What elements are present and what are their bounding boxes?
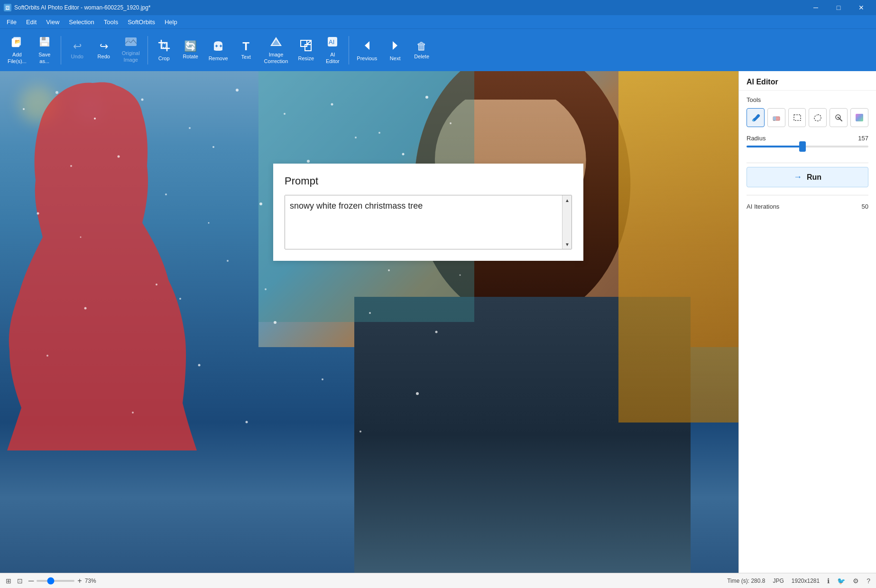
redo-button[interactable]: ↪ Redo bbox=[92, 32, 116, 69]
status-icon-settings[interactable]: ⚙ bbox=[853, 577, 859, 585]
run-arrow-icon: → bbox=[793, 172, 802, 182]
radius-slider-fill bbox=[747, 146, 802, 147]
iterations-row: AI Iterations 50 bbox=[739, 199, 876, 214]
format-value: JPG bbox=[773, 578, 784, 584]
add-files-button[interactable]: 📂 AddFile(s)... bbox=[4, 32, 30, 69]
status-icon-zoom-fit[interactable]: ⊞ bbox=[6, 577, 11, 585]
radius-value: 157 bbox=[858, 135, 868, 142]
title-bar-left: 🖼 SoftOrbits AI Photo Editor - woman-600… bbox=[4, 4, 151, 11]
save-as-icon bbox=[38, 36, 51, 50]
zoom-slider[interactable] bbox=[37, 580, 74, 582]
redo-label: Redo bbox=[98, 54, 110, 59]
rotate-label: Rotate bbox=[183, 54, 198, 59]
svg-text:✦: ✦ bbox=[837, 116, 839, 119]
menu-bar: File Edit View Selection Tools SoftOrbit… bbox=[0, 15, 876, 28]
redo-icon: ↪ bbox=[100, 41, 108, 52]
add-files-icon: 📂 bbox=[11, 36, 23, 50]
time-label: Time (s): bbox=[727, 578, 749, 584]
ai-panel-header: AI Editor bbox=[739, 71, 876, 91]
title-bar: 🖼 SoftOrbits AI Photo Editor - woman-600… bbox=[0, 0, 876, 15]
zoom-out-button[interactable]: ─ bbox=[28, 577, 34, 585]
toolbar-sep-2 bbox=[148, 36, 148, 64]
resize-button[interactable]: Resize bbox=[294, 32, 318, 69]
original-image-icon bbox=[125, 37, 137, 48]
crop-label: Crop bbox=[158, 55, 170, 61]
ai-editor-button[interactable]: AI AIEditor bbox=[320, 32, 345, 69]
menu-view[interactable]: View bbox=[41, 17, 64, 28]
next-button[interactable]: Next bbox=[383, 32, 407, 69]
toolbar: 📂 AddFile(s)... Saveas... ↩ Undo ↪ Redo bbox=[0, 28, 876, 71]
time-value: 280.8 bbox=[751, 578, 765, 584]
rotate-button[interactable]: 🔄 Rotate bbox=[178, 32, 203, 69]
run-button[interactable]: → Run bbox=[747, 167, 868, 187]
minimize-button[interactable]: ─ bbox=[805, 0, 827, 15]
text-label: Text bbox=[241, 54, 251, 60]
lasso-select-button[interactable] bbox=[809, 108, 827, 127]
menu-softorbits[interactable]: SoftOrbits bbox=[123, 17, 160, 28]
svg-text:📂: 📂 bbox=[15, 38, 21, 45]
image-correction-icon bbox=[269, 36, 283, 50]
svg-point-10 bbox=[127, 38, 130, 41]
radius-slider-track[interactable] bbox=[747, 146, 868, 147]
scroll-up-arrow[interactable]: ▲ bbox=[563, 196, 571, 204]
save-as-button[interactable]: Saveas... bbox=[32, 32, 57, 69]
zoom-control: ─ + 73% bbox=[28, 577, 96, 585]
brush-tool-button[interactable] bbox=[747, 108, 765, 127]
undo-label: Undo bbox=[71, 54, 83, 59]
svg-rect-65 bbox=[773, 117, 776, 120]
radius-slider-thumb[interactable] bbox=[799, 141, 806, 152]
menu-selection[interactable]: Selection bbox=[64, 17, 99, 28]
ai-panel-title: AI Editor bbox=[747, 78, 778, 86]
undo-icon: ↩ bbox=[73, 41, 82, 52]
next-icon bbox=[389, 39, 401, 54]
rectangle-select-button[interactable] bbox=[788, 108, 806, 127]
crop-button[interactable]: Crop bbox=[152, 32, 176, 69]
menu-file[interactable]: File bbox=[2, 17, 21, 28]
image-correction-button[interactable]: ImageCorrection bbox=[260, 32, 292, 69]
svg-rect-66 bbox=[794, 115, 801, 120]
status-right: Time (s): 280.8 JPG 1920x1281 ℹ 🐦 ⚙ ? bbox=[727, 577, 870, 585]
menu-edit[interactable]: Edit bbox=[21, 17, 41, 28]
canvas-area[interactable]: Prompt snowy white frozen christmass tre… bbox=[0, 71, 738, 573]
remove-label: Remove bbox=[209, 55, 228, 61]
menu-tools[interactable]: Tools bbox=[99, 17, 123, 28]
toolbar-sep-3 bbox=[349, 36, 349, 64]
previous-label: Previous bbox=[357, 55, 377, 61]
delete-button[interactable]: 🗑 Delete bbox=[409, 32, 434, 69]
zoom-in-button[interactable]: + bbox=[77, 577, 82, 585]
svg-rect-13 bbox=[301, 40, 307, 46]
gradient-tool-button[interactable] bbox=[850, 108, 868, 127]
iterations-value: 50 bbox=[862, 203, 868, 210]
previous-button[interactable]: Previous bbox=[353, 32, 381, 69]
status-icon-info[interactable]: ℹ bbox=[827, 577, 830, 585]
status-icon-question[interactable]: ? bbox=[867, 577, 870, 585]
svg-rect-11 bbox=[162, 44, 166, 47]
scroll-down-arrow[interactable]: ▼ bbox=[563, 240, 571, 248]
status-bar: ⊞ ⊡ ─ + 73% Time (s): 280.8 JPG 1920x128… bbox=[0, 573, 876, 588]
status-icon-share[interactable]: 🐦 bbox=[837, 577, 845, 585]
app-icon: 🖼 bbox=[4, 4, 11, 11]
svg-rect-6 bbox=[42, 37, 46, 40]
menu-help[interactable]: Help bbox=[160, 17, 182, 28]
original-image-button[interactable]: OriginalImage bbox=[118, 32, 144, 69]
close-button[interactable]: ✕ bbox=[850, 0, 872, 15]
dimensions-value: 1920x1281 bbox=[792, 578, 820, 584]
magic-wand-button[interactable]: ✦ bbox=[830, 108, 848, 127]
undo-button[interactable]: ↩ Undo bbox=[65, 32, 90, 69]
rotate-icon: 🔄 bbox=[184, 41, 197, 52]
text-button[interactable]: T Text bbox=[234, 32, 258, 69]
status-icon-zoom-actual[interactable]: ⊡ bbox=[17, 577, 23, 585]
previous-icon bbox=[361, 39, 373, 54]
tools-section-label: Tools bbox=[747, 96, 868, 103]
prompt-textarea[interactable]: snowy white frozen christmass tree bbox=[285, 195, 572, 248]
prompt-textarea-wrapper: snowy white frozen christmass tree ▲ ▼ bbox=[285, 195, 572, 249]
svg-marker-18 bbox=[393, 41, 397, 50]
delete-label: Delete bbox=[414, 54, 429, 59]
original-image-label: OriginalImage bbox=[122, 50, 140, 63]
add-files-label: AddFile(s)... bbox=[8, 52, 27, 64]
maximize-button[interactable]: □ bbox=[828, 0, 849, 15]
remove-button[interactable]: ✦✦ Remove bbox=[205, 32, 232, 69]
red-mask-area bbox=[7, 81, 197, 450]
svg-marker-17 bbox=[365, 41, 369, 50]
eraser-tool-button[interactable] bbox=[767, 108, 785, 127]
